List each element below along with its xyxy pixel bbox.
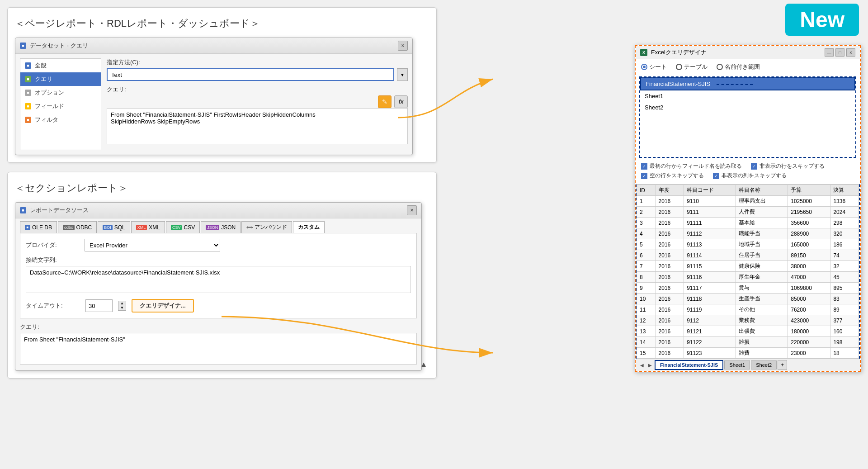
table-row: 8201691116厚生年金4700045 (637, 272, 859, 283)
cell-year: 2016 (656, 250, 684, 261)
cell-year: 2016 (656, 294, 684, 304)
bottom-tab-financial[interactable]: FinancialStatement-SJIS (655, 360, 723, 370)
checkbox-row-2: ✓ 空の行をスキップする ✓ 非表示の列をスキップする (641, 172, 854, 180)
minimize-btn[interactable]: — (825, 48, 834, 57)
timeout-input[interactable] (85, 299, 113, 312)
nav-item-options[interactable]: ■ オプション (20, 86, 101, 99)
bottom-tab-sheet1[interactable]: Sheet1 (724, 360, 750, 370)
fx-btn[interactable]: fx (394, 95, 408, 108)
query-type-dropdown[interactable]: ▼ (397, 68, 408, 81)
connection-string-input[interactable]: DataSource=C:\WORK\release\datasource\Fi… (26, 266, 411, 293)
checkbox-first-row-box: ✓ (641, 163, 647, 170)
main-container: New ＜ページレポート・RDLレポート・ダッシュボード＞ ■ データセット -… (0, 0, 868, 469)
tab-json[interactable]: JSON JSON (201, 221, 241, 233)
provider-row: プロバイダ: Excel Provider (26, 239, 411, 251)
radio-named-range[interactable]: 名前付き範囲 (717, 63, 760, 71)
cell-code: 91112 (684, 228, 736, 239)
tab-oledb[interactable]: ■ OLE DB (20, 221, 57, 233)
cell-name: その他 (736, 304, 788, 315)
tab-xml[interactable]: XML XML (131, 221, 165, 233)
cell-name: 生産手当 (736, 294, 788, 304)
tab-csv[interactable]: CSV CSV (166, 221, 200, 233)
checkbox-skip-empty-rows[interactable]: ✓ 空の行をスキップする (641, 172, 704, 180)
nav-icon-query: ■ (25, 76, 31, 82)
cell-code: 91111 (684, 218, 736, 228)
bottom-tab-sheet2[interactable]: Sheet2 (751, 360, 777, 370)
timeout-stepper[interactable]: ▲ ▼ (118, 301, 126, 311)
nav-item-fields[interactable]: ■ フィールド (20, 99, 101, 113)
tab-json-badge: JSON (206, 225, 219, 230)
tab-odbc[interactable]: odbc ODBC (58, 221, 97, 233)
cell-budget: 38000 (788, 261, 830, 272)
checkbox-skip-empty-rows-box: ✓ (641, 173, 647, 179)
query-label-bottom: クエリ: (20, 323, 417, 331)
table-row: 120169110理事局支出10250001336 (637, 196, 859, 207)
table-row: 220169111人件費21956502024 (637, 207, 859, 218)
cell-id: 9 (637, 283, 656, 294)
tab-xml-badge: XML (136, 225, 147, 230)
nav-item-zenhan[interactable]: ■ 全般 (20, 59, 101, 72)
tab-csv-badge: CSV (171, 225, 182, 230)
provider-label: プロバイダ: (26, 241, 80, 249)
restore-btn[interactable]: □ (835, 48, 844, 57)
cell-actual: 45 (830, 272, 859, 283)
checkbox-first-row[interactable]: ✓ 最初の行からフィールド名を読み取る (641, 162, 742, 170)
radio-sheet[interactable]: シート (641, 63, 667, 71)
query-section: クエリ: From Sheet "FinancialStatement-SJIS… (15, 323, 421, 370)
sheet-item-financial[interactable]: FinancialStatement-SJIS (640, 77, 855, 90)
checkbox-skip-hidden-cols[interactable]: ✓ 非表示の列をスキップする (713, 172, 787, 180)
bottom-section-box: ＜セクションレポート＞ ■ レポートデータソース × ■ OLE DB (7, 172, 437, 379)
timeout-row: タイムアウト: ▲ ▼ クエリデザイナ... (26, 299, 411, 313)
query-type-input[interactable] (107, 68, 394, 81)
cell-name: 基本給 (736, 218, 788, 228)
datasource-title-text: レポートデータソース (30, 206, 89, 214)
query-input[interactable]: From Sheet "FinancialStatement-SJIS" (20, 333, 417, 365)
cell-budget: 1025000 (788, 196, 830, 207)
table-header-row: ID 年度 科目コード 科目名称 予算 決算 (637, 185, 859, 196)
cell-code: 91113 (684, 239, 736, 250)
nav-arrow-right[interactable]: ▶ (646, 362, 654, 369)
excel-title-text: Excelクエリデザイナ (651, 48, 707, 57)
cell-year: 2016 (656, 207, 684, 218)
tab-sql[interactable]: BOI SQL (98, 221, 130, 233)
checkbox-skip-hidden-cols-box: ✓ (713, 173, 719, 179)
nav-item-query[interactable]: ■ クエリ (20, 72, 101, 86)
excel-title-left: X Excelクエリデザイナ (640, 48, 707, 57)
cell-actual: 160 (830, 326, 859, 337)
cell-budget: 165000 (788, 239, 830, 250)
excel-designer-panel: X Excelクエリデザイナ — □ × シート テーブル (635, 45, 861, 372)
col-actual: 決算 (830, 185, 859, 196)
dataset-close-btn[interactable]: × (398, 41, 408, 51)
sheet-item-sheet1[interactable]: Sheet1 (640, 90, 855, 102)
cell-id: 6 (637, 250, 656, 261)
sheet-item-sheet2[interactable]: Sheet2 (640, 102, 855, 113)
provider-select[interactable]: Excel Provider (85, 239, 220, 251)
connection-label: 接続文字列: (26, 256, 411, 264)
cell-name: 出張費 (736, 326, 788, 337)
table-row: 10201691118生産手当8500083 (637, 294, 859, 304)
cell-id: 5 (637, 239, 656, 250)
tab-custom[interactable]: カスタム (293, 221, 325, 233)
cell-name: 雑損 (736, 337, 788, 348)
nav-arrow-left[interactable]: ◀ (638, 362, 646, 369)
nav-item-filter[interactable]: ■ フィルタ (20, 113, 101, 127)
table-row: 13201691121出張費180000160 (637, 326, 859, 337)
query-type-input-row: ▼ (107, 68, 408, 81)
edit-btn[interactable]: ✎ (378, 95, 392, 108)
cell-id: 2 (637, 207, 656, 218)
close-btn[interactable]: × (846, 48, 855, 57)
datasource-close-btn[interactable]: × (407, 205, 417, 215)
add-sheet-btn[interactable]: + (778, 360, 787, 370)
cell-actual: 2024 (830, 207, 859, 218)
tab-unbound[interactable]: ⟺ アンバウンド (241, 221, 292, 233)
nav-icon-zenhan: ■ (25, 62, 31, 69)
checkbox-skip-hidden-rows[interactable]: ✓ 非表示の行をスキップする (751, 162, 825, 170)
radio-table[interactable]: テーブル (676, 63, 708, 71)
cell-id: 10 (637, 294, 656, 304)
query-textarea[interactable]: From Sheet "FinancialStatement-SJIS" Fir… (107, 108, 408, 144)
cell-id: 14 (637, 337, 656, 348)
cell-year: 2016 (656, 304, 684, 315)
cell-budget: 1069800 (788, 283, 830, 294)
query-designer-btn[interactable]: クエリデザイナ... (132, 299, 194, 313)
bottom-section-title: ＜セクションレポート＞ (15, 180, 429, 197)
